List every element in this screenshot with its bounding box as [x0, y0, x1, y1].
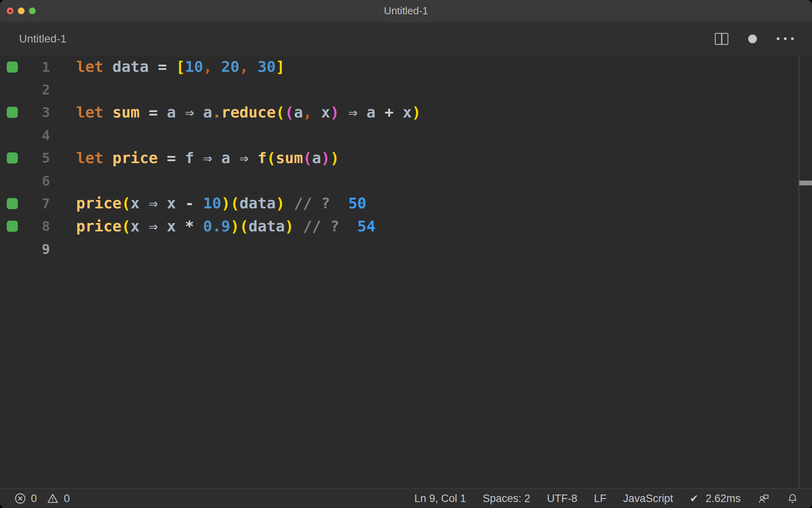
window-title: Untitled-1	[0, 5, 812, 17]
cursor-position[interactable]: Ln 9, Col 1	[414, 493, 466, 505]
coverage-marker	[7, 152, 18, 164]
code-line-9[interactable]: 9	[0, 238, 812, 260]
feedback-icon	[757, 493, 770, 504]
unsaved-changes-icon[interactable]	[748, 35, 757, 43]
code-line-8[interactable]: 8price(x ⇒ x * 0.9)(data) // ? 54	[0, 215, 812, 238]
status-bar: 0 0 Ln 9, Col 1 Spaces: 2 UTF-8 LF JavaS…	[0, 488, 812, 508]
code-text[interactable]: price(x ⇒ x - 10)(data) // ? 50	[76, 192, 799, 215]
line-number[interactable]: 2	[25, 82, 50, 98]
warning-count: 0	[64, 493, 70, 505]
line-number[interactable]: 1	[25, 59, 50, 75]
code-line-2[interactable]: 2	[0, 78, 812, 101]
overview-ruler-divider	[799, 56, 799, 488]
quokka-perf[interactable]: ✔ 2.62ms	[690, 493, 741, 505]
eol-sequence[interactable]: LF	[594, 493, 607, 505]
encoding[interactable]: UTF-8	[547, 493, 578, 505]
bell-icon	[787, 492, 799, 505]
perf-value: 2.62ms	[705, 493, 741, 505]
coverage-marker	[7, 62, 18, 73]
check-icon: ✔	[690, 493, 699, 504]
code-line-3[interactable]: 3let sum = a ⇒ a.reduce((a, x) ⇒ a + x)	[0, 101, 812, 124]
status-right: Ln 9, Col 1 Spaces: 2 UTF-8 LF JavaScrip…	[414, 492, 799, 505]
line-number[interactable]: 4	[25, 127, 50, 143]
notifications-button[interactable]	[787, 492, 799, 505]
editor-header: Untitled-1	[0, 22, 812, 56]
code-line-6[interactable]: 6	[0, 169, 812, 192]
code-text[interactable]: price(x ⇒ x * 0.9)(data) // ? 54	[76, 215, 799, 238]
indentation[interactable]: Spaces: 2	[483, 493, 530, 505]
warning-icon	[46, 493, 59, 504]
more-actions-icon[interactable]	[777, 37, 794, 40]
language-mode[interactable]: JavaScript	[623, 493, 673, 505]
scrollbar-thumb[interactable]	[799, 181, 812, 185]
code-line-4[interactable]: 4	[0, 124, 812, 146]
error-count: 0	[31, 493, 37, 505]
line-number[interactable]: 7	[25, 196, 50, 212]
line-number[interactable]: 5	[25, 150, 50, 166]
app-window: Untitled-1 Untitled-1 1let data = [10, 2…	[0, 0, 812, 508]
code-editor[interactable]: 1let data = [10, 20, 30]23let sum = a ⇒ …	[0, 56, 812, 488]
coverage-marker	[7, 198, 18, 209]
code-text[interactable]: let data = [10, 20, 30]	[76, 56, 799, 78]
code-line-5[interactable]: 5let price = f ⇒ a ⇒ f(sum(a))	[0, 147, 812, 169]
error-icon	[14, 493, 26, 504]
coverage-marker	[7, 221, 18, 232]
code-line-7[interactable]: 7price(x ⇒ x - 10)(data) // ? 50	[0, 192, 812, 215]
split-editor-icon[interactable]	[715, 33, 728, 45]
code-lines: 1let data = [10, 20, 30]23let sum = a ⇒ …	[0, 56, 812, 261]
line-number[interactable]: 3	[25, 104, 50, 120]
coverage-marker	[7, 107, 18, 118]
tab-untitled-1[interactable]: Untitled-1	[19, 33, 67, 45]
line-number[interactable]: 9	[25, 241, 50, 257]
code-text[interactable]: let sum = a ⇒ a.reduce((a, x) ⇒ a + x)	[76, 101, 799, 124]
editor-actions	[715, 22, 794, 56]
code-line-1[interactable]: 1let data = [10, 20, 30]	[0, 56, 812, 78]
line-number[interactable]: 6	[25, 173, 50, 189]
code-text[interactable]: let price = f ⇒ a ⇒ f(sum(a))	[76, 147, 799, 169]
title-bar[interactable]: Untitled-1	[0, 0, 812, 22]
feedback-button[interactable]	[757, 493, 770, 504]
line-number[interactable]: 8	[25, 218, 50, 234]
problems-indicator[interactable]: 0 0	[14, 493, 70, 505]
